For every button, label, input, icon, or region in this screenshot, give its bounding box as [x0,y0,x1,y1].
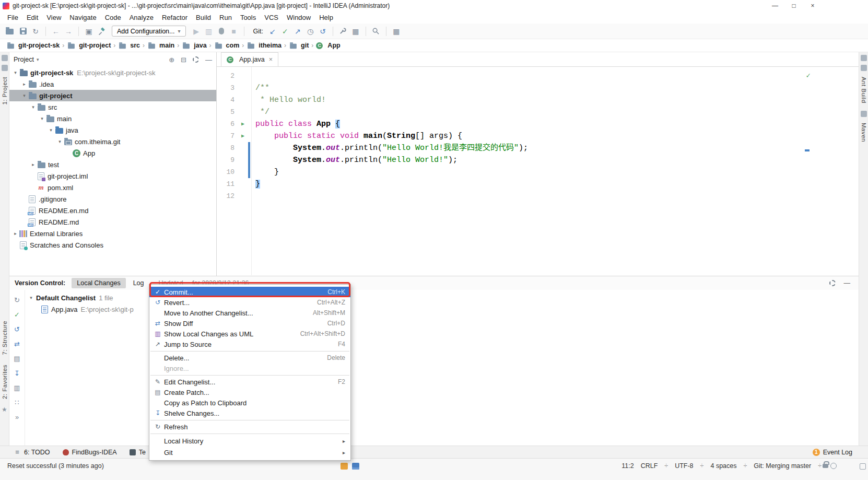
menu-navigate[interactable]: Navigate [65,13,100,22]
git-rollback-icon[interactable]: ↺ [316,25,329,38]
stripe-structure-button[interactable]: 7: Structure [2,321,8,355]
code-line[interactable]: 4 * Hello world! [217,94,859,106]
menu-vcs[interactable]: VCS [260,13,283,22]
menu-help[interactable]: Help [315,13,337,22]
code-line[interactable]: 3/** [217,82,859,94]
menu-item-refresh[interactable]: ↻Refresh [149,422,350,432]
menu-item-show-local-changes-as-uml[interactable]: ▥Show Local Changes as UMLCtrl+Alt+Shift… [149,329,350,339]
menu-icon[interactable] [861,55,867,61]
history-icon[interactable]: ◷ [304,25,316,38]
chevron-collapsed-icon[interactable]: ▸ [11,231,19,236]
run-gutter-icon[interactable]: ▶ [238,130,248,142]
line-number[interactable]: 7 [217,130,238,142]
menu-item-create-patch[interactable]: ▤Create Patch... [149,387,350,397]
chevron-expanded-icon[interactable]: ▾ [47,127,55,133]
tree-item-external-libraries[interactable]: ▸External Libraries [9,228,216,239]
tree-item-git-project-sk[interactable]: ▾git-project-skE:\project-sk\git-project… [9,67,216,78]
status-widget-4-spaces[interactable]: 4 spaces [710,462,736,470]
hide-panel-icon[interactable]: — [844,279,851,287]
tree-item-git-project-iml[interactable]: git-project.iml [9,170,216,182]
line-number[interactable]: 12 [217,190,238,202]
editor-tab-appjava[interactable]: C App.java × [221,52,278,66]
status-widget-crlf[interactable]: CRLF [641,462,658,470]
breadcrumb-main[interactable]: main [145,41,177,50]
tree-item-src[interactable]: ▾src [9,101,216,113]
breadcrumb-java[interactable]: java [180,41,208,50]
tree-item-app[interactable]: CApp [9,147,216,159]
breadcrumb-src[interactable]: src [116,41,142,50]
stripe-ant-build-button[interactable]: Ant Build [861,77,867,103]
tree-item-java[interactable]: ▾java [9,124,216,136]
code-line[interactable]: 5 */ [217,106,859,118]
menu-tools[interactable]: Tools [236,13,260,22]
chevron-expanded-icon[interactable]: ▾ [56,139,64,144]
tree-item-readme-en-md[interactable]: README.en.md [9,205,216,216]
line-number[interactable]: 10 [217,166,238,178]
expand-icon[interactable]: » [11,411,23,423]
menu-item-delete[interactable]: Delete...Delete [149,353,350,363]
menu-item-shelve-changes[interactable]: ↧Shelve Changes... [149,408,350,418]
stripe-project-button[interactable]: 1: Project [2,77,8,105]
breadcrumb-itheima[interactable]: itheima [244,41,284,50]
preview-icon[interactable]: ▤ [11,353,23,364]
breadcrumb-app[interactable]: CApp [314,41,342,50]
chevron-expanded-icon[interactable]: ▾ [27,295,35,300]
line-number[interactable]: 2 [217,70,238,82]
run-gutter-icon[interactable]: ▶ [238,118,248,130]
project-panel-title[interactable]: Project ▾ [14,56,39,63]
status-widget-utf-8[interactable]: UTF-8 [675,462,693,470]
collapse-all-icon[interactable]: ⊟ [181,56,186,64]
breadcrumb-git-project[interactable]: git-project [65,41,113,50]
tree-item-idea[interactable]: ▸.idea [9,78,216,90]
debug-icon[interactable] [215,25,228,38]
tool-tab-6-todo[interactable]: ≡6: TODO [14,449,50,456]
settings-wrench-icon[interactable] [337,25,349,38]
tool-tab-te[interactable]: Te [130,449,146,456]
menu-item-commit[interactable]: ✓Commit...Ctrl+K [149,287,350,297]
line-number[interactable]: 3 [217,82,238,94]
status-widget-11-2[interactable]: 11:2 [621,462,634,470]
menu-edit[interactable]: Edit [22,13,42,22]
menu-item-copy-as-patch-to-clipboard[interactable]: Copy as Patch to Clipboard [149,397,350,408]
line-number[interactable]: 4 [217,94,238,106]
settings-gear-icon[interactable] [829,280,836,286]
status-widget-git-merging-master[interactable]: Git: Merging master [754,462,811,470]
chevron-collapsed-icon[interactable]: ▸ [29,162,37,167]
menu-item-move-to-another-changelist[interactable]: Move to Another Changelist...Alt+Shift+M [149,308,350,318]
menu-view[interactable]: View [42,13,65,22]
line-number[interactable]: 11 [217,178,238,190]
menu-item-edit-changelist[interactable]: ✎Edit Changelist...F2 [149,377,350,387]
commit-check-icon[interactable]: ✓ [11,309,23,320]
star-icon[interactable]: ★ [2,406,7,413]
code-line[interactable]: 7▶ public static void main(String[] args… [217,130,859,142]
line-number[interactable]: 9 [217,154,238,166]
refresh-icon[interactable]: ↻ [11,294,23,306]
sync-icon[interactable]: ↻ [29,25,42,38]
window-layout-icon[interactable] [2,65,8,71]
minimize-button[interactable]: — [766,0,784,11]
diff-icon[interactable]: ⇄ [11,338,23,349]
menu-item-local-history[interactable]: Local History▸ [149,435,350,447]
toolwindows-icon[interactable]: ▦ [390,25,403,38]
chevron-expanded-icon[interactable]: ▾ [20,93,28,98]
save-icon[interactable] [17,25,29,38]
chevron-collapsed-icon[interactable]: ▸ [20,81,28,87]
inspection-ok-icon[interactable]: ✓ [806,71,811,80]
open-icon[interactable] [4,25,17,38]
menu-item-jump-to-source[interactable]: ↗Jump to SourceF4 [149,339,350,349]
menu-window[interactable]: Window [283,13,315,22]
forward-icon[interactable]: → [62,25,75,38]
line-number[interactable]: 5 [217,106,238,118]
code-line[interactable]: 9 System.out.println("Hello World!"); [217,154,859,166]
menu-item-git[interactable]: Git▸ [149,447,350,458]
rollback-icon[interactable]: ↺ [11,323,23,335]
tree-item-pom-xml[interactable]: mpom.xml [9,182,216,193]
menu-code[interactable]: Code [101,13,125,22]
maximize-button[interactable]: □ [784,0,803,11]
group-by-icon[interactable]: ∷ [11,396,23,408]
stop-icon[interactable]: ■ [228,25,240,38]
show-tool-window-bars-icon[interactable] [860,463,866,470]
menu-refactor[interactable]: Refactor [158,13,192,22]
git-push-icon[interactable]: ↗ [291,25,304,38]
tree-item-test[interactable]: ▸test [9,159,216,170]
